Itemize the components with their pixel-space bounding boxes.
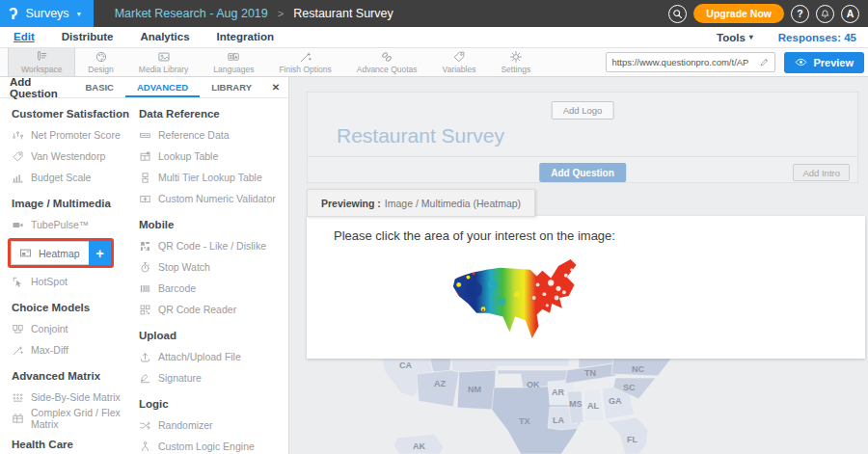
question-type-randomizer[interactable]: Randomizer: [139, 414, 285, 436]
bar-chart-icon: [12, 172, 24, 184]
toolbar-design[interactable]: Design: [75, 48, 125, 76]
question-type-hotspot[interactable]: HotSpot: [12, 271, 139, 292]
add-question-button[interactable]: Add Question: [539, 163, 626, 182]
question-type-attach-upload-file[interactable]: Attach/Upload File: [139, 346, 285, 367]
gear-icon: [509, 50, 523, 64]
toolbar-workspace[interactable]: Workspace: [8, 48, 75, 76]
question-type-qr-like-dislike[interactable]: QR Code - Like / Dislike: [139, 235, 285, 256]
question-text: Please click the area of your interest o…: [334, 228, 615, 243]
tab-edit[interactable]: Edit: [0, 27, 48, 47]
question-type-custom-logic-engine[interactable]: Custom Logic Engine: [139, 436, 285, 454]
add-intro-button[interactable]: Add Intro: [793, 164, 850, 181]
heatmap-add-button[interactable]: +: [89, 241, 111, 265]
breadcrumb: Market Research - Aug 2019 > Restaurant …: [115, 7, 393, 20]
section-header: Customer Satisfaction: [12, 108, 139, 120]
edit-url-button[interactable]: [753, 53, 774, 71]
question-type-stop-watch[interactable]: Stop Watch: [139, 256, 285, 278]
tab-integration[interactable]: Integration: [203, 27, 287, 47]
surveys-menu[interactable]: ʔ Surveys ▾: [0, 0, 94, 27]
previewing-label: Previewing :: [321, 198, 381, 209]
help-button[interactable]: ?: [791, 5, 809, 23]
toolbar-languages[interactable]: Languages: [201, 48, 266, 76]
conjoint-icon: [12, 323, 24, 335]
tools-menu-label: Tools: [717, 32, 746, 43]
question-type-van-westendorp[interactable]: Van Westendorp: [12, 146, 139, 167]
toolbar-finish-options[interactable]: Finish Options: [266, 48, 343, 76]
question-type-barcode[interactable]: Barcode: [139, 278, 285, 299]
section-upload: Upload Attach/Upload File Signature: [139, 330, 285, 388]
question-type-label: Max-Diff: [31, 344, 68, 356]
question-type-multi-tier-lookup[interactable]: Multi Tier Lookup Table: [139, 167, 285, 188]
map-state-label: LA: [553, 415, 564, 425]
section-header: Health Care: [12, 439, 139, 450]
toolbar-item-label: Variables: [443, 65, 476, 74]
cursor-icon: [12, 276, 24, 288]
section-header: Logic: [139, 398, 285, 410]
add-logo-button[interactable]: Add Logo: [552, 101, 614, 120]
question-type-max-diff[interactable]: Max-Diff: [12, 339, 139, 361]
question-type-qr-code-reader[interactable]: QR Code Reader: [139, 299, 285, 320]
avatar[interactable]: A: [841, 5, 859, 23]
heatmap-image[interactable]: [446, 256, 596, 341]
surveys-menu-label: Surveys: [25, 7, 68, 20]
close-panel-button[interactable]: ✕: [263, 77, 288, 97]
section-image-multimedia: Image / Multimedia TubePulse™ Heatmap +: [12, 198, 139, 292]
search-icon: [672, 9, 683, 19]
toolbar-media-library[interactable]: Media Library: [126, 48, 202, 76]
topbar-actions: Upgrade Now ? A: [668, 4, 868, 23]
tab-analytics[interactable]: Analytics: [126, 27, 203, 47]
preview-button[interactable]: Preview: [784, 52, 864, 73]
section-header: Image / Multimedia: [12, 198, 139, 209]
image-icon: [157, 50, 171, 64]
breadcrumb-separator: >: [278, 8, 284, 19]
question-type-custom-numeric-validator[interactable]: Custom Numeric Validator: [139, 188, 285, 209]
question-type-side-by-side-matrix[interactable]: Side-By-Side Matrix: [12, 387, 139, 408]
divider: [308, 156, 857, 157]
qr-code-icon: [139, 240, 151, 253]
section-advanced-matrix: Advanced Matrix Side-By-Side Matrix Comp…: [12, 370, 139, 429]
question-type-complex-grid[interactable]: Complex Grid / Flex Matrix: [12, 408, 139, 429]
notifications-button[interactable]: [816, 5, 834, 23]
logic-branch-icon: [139, 441, 151, 453]
nps-icon: [12, 129, 24, 142]
survey-title[interactable]: Restaurant Survey: [337, 124, 504, 147]
wand-icon: [12, 344, 24, 357]
upgrade-now-button[interactable]: Upgrade Now: [693, 4, 784, 23]
tab-advanced[interactable]: ADVANCED: [125, 77, 200, 97]
question-type-label: TubePulse™: [31, 219, 89, 230]
qr-reader-icon: [139, 304, 151, 316]
survey-toolbar: Workspace Design Media Library Languages…: [0, 48, 868, 77]
responses-count[interactable]: Responses: 45: [778, 32, 856, 43]
nav-right: Tools ▾ Responses: 45: [717, 32, 868, 43]
grid-dots-icon: [12, 391, 24, 404]
toolbar-variables[interactable]: Variables: [430, 48, 489, 76]
question-type-budget-scale[interactable]: Budget Scale: [12, 167, 139, 188]
search-button[interactable]: [668, 5, 687, 23]
breadcrumb-folder[interactable]: Market Research - Aug 2019: [115, 7, 268, 20]
links-icon: [380, 50, 393, 64]
section-choice-models: Choice Models Conjoint Max-Diff: [12, 302, 139, 361]
preview-button-label: Preview: [813, 57, 854, 68]
question-type-label: QR Code - Like / Dislike: [158, 240, 266, 252]
toolbar-settings[interactable]: Settings: [488, 48, 543, 76]
question-type-signature[interactable]: Signature: [139, 367, 285, 388]
tab-distribute[interactable]: Distribute: [48, 27, 127, 47]
question-type-label: Signature: [158, 372, 202, 384]
question-type-heatmap[interactable]: Heatmap: [11, 241, 89, 265]
questionpro-logo: ʔ: [9, 6, 17, 22]
question-type-tubepulse[interactable]: TubePulse™: [12, 214, 139, 235]
tab-basic[interactable]: BASIC: [73, 77, 125, 97]
question-type-label: QR Code Reader: [158, 304, 236, 315]
question-type-reference-data[interactable]: Reference Data: [139, 124, 285, 146]
tab-library[interactable]: LIBRARY: [200, 77, 263, 97]
add-question-panel-header: Add Question BASIC ADVANCED LIBRARY ✕: [0, 77, 288, 98]
question-type-conjoint[interactable]: Conjoint: [12, 318, 139, 339]
question-type-label: Stop Watch: [158, 261, 210, 273]
pencil-icon: [759, 57, 770, 67]
survey-url-input[interactable]: [607, 57, 753, 67]
tag-icon: [12, 150, 24, 163]
question-type-net-promoter-score[interactable]: Net Promoter Score: [12, 124, 139, 146]
question-type-lookup-table[interactable]: Lookup Table: [139, 146, 285, 167]
tools-menu[interactable]: Tools ▾: [717, 32, 753, 43]
toolbar-advance-quotas[interactable]: Advance Quotas: [344, 48, 430, 76]
